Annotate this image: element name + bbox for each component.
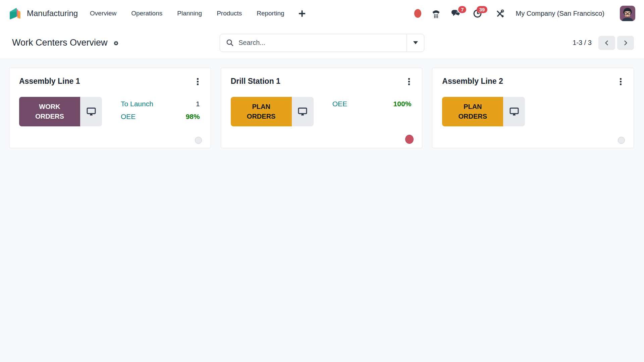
kebab-menu-icon[interactable]: [406, 77, 412, 86]
systray: 7 39 My Company (San Francisco): [414, 6, 635, 21]
stat-oee[interactable]: OEE 100%: [332, 98, 412, 110]
main-menu: Overview Operations Planning Products Re…: [89, 8, 285, 19]
kebab-menu-icon[interactable]: [195, 77, 201, 86]
menu-operations[interactable]: Operations: [130, 8, 163, 19]
top-navbar: Manufacturing Overview Operations Planni…: [0, 0, 644, 27]
tablet-view-button[interactable]: [80, 97, 102, 126]
workcenter-card: Assembly Line 1 WORK ORDERS To Launch: [9, 68, 211, 148]
pager-next-button[interactable]: [617, 36, 634, 50]
user-avatar[interactable]: [620, 6, 635, 21]
monitor-icon: [298, 107, 308, 117]
menu-products[interactable]: Products: [216, 8, 243, 19]
app-name: Manufacturing: [27, 9, 78, 18]
tablet-view-button[interactable]: [292, 97, 314, 126]
workcenter-stats: To Launch 1 OEE 98%: [121, 97, 200, 126]
status-dot[interactable]: [618, 137, 625, 144]
phone-icon[interactable]: [431, 9, 441, 18]
workcenter-title: Assembly Line 2: [442, 77, 503, 86]
control-panel: Work Centers Overview: [0, 27, 644, 59]
tablet-view-button[interactable]: [503, 97, 525, 126]
search-icon: [226, 39, 234, 47]
record-indicator-icon[interactable]: [414, 9, 421, 18]
kanban-view: Assembly Line 1 WORK ORDERS To Launch: [0, 59, 644, 148]
messages-badge: 7: [458, 6, 466, 13]
company-switcher[interactable]: My Company (San Francisco): [516, 10, 604, 17]
workcenter-stats: [544, 97, 623, 126]
workcenter-stats: OEE 100%: [332, 97, 412, 126]
search-bar: [220, 34, 424, 52]
tools-icon[interactable]: [495, 9, 504, 18]
search-options-toggle[interactable]: [407, 34, 424, 52]
stat-oee[interactable]: OEE 98%: [121, 110, 200, 123]
menu-planning[interactable]: Planning: [176, 8, 203, 19]
page-title: Work Centers Overview: [12, 38, 108, 48]
pager-range: 1-3 / 3: [573, 39, 592, 47]
work-orders-button[interactable]: WORK ORDERS: [19, 97, 80, 126]
workcenter-title: Assembly Line 1: [19, 77, 80, 86]
plan-orders-button[interactable]: PLAN ORDERS: [231, 97, 292, 126]
monitor-icon: [509, 107, 519, 117]
status-dot[interactable]: [405, 135, 414, 144]
search-input[interactable]: [238, 39, 403, 47]
app-menu-toggle[interactable]: Manufacturing: [8, 6, 78, 21]
pager-previous-button[interactable]: [598, 36, 615, 50]
kebab-menu-icon[interactable]: [618, 77, 624, 86]
activities-badge: 39: [477, 6, 488, 13]
red-dot-icon: [414, 9, 421, 18]
messages-icon[interactable]: 7: [451, 9, 461, 18]
plan-orders-button[interactable]: PLAN ORDERS: [442, 97, 503, 126]
workcenter-title: Drill Station 1: [231, 77, 280, 86]
manufacturing-app-icon: [8, 6, 23, 21]
status-dot[interactable]: [195, 137, 202, 144]
workcenter-card: Assembly Line 2 PLAN ORDERS: [432, 68, 634, 148]
stat-to-launch[interactable]: To Launch 1: [121, 98, 200, 110]
chevron-down-icon: [413, 41, 418, 44]
workcenter-card: Drill Station 1 PLAN ORDERS OEE: [221, 68, 423, 148]
menu-overview[interactable]: Overview: [89, 8, 117, 19]
activities-clock-icon[interactable]: 39: [473, 9, 482, 18]
gear-icon[interactable]: [112, 40, 120, 47]
menu-reporting[interactable]: Reporting: [256, 8, 285, 19]
monitor-icon: [86, 107, 96, 117]
plus-icon[interactable]: [299, 10, 306, 17]
